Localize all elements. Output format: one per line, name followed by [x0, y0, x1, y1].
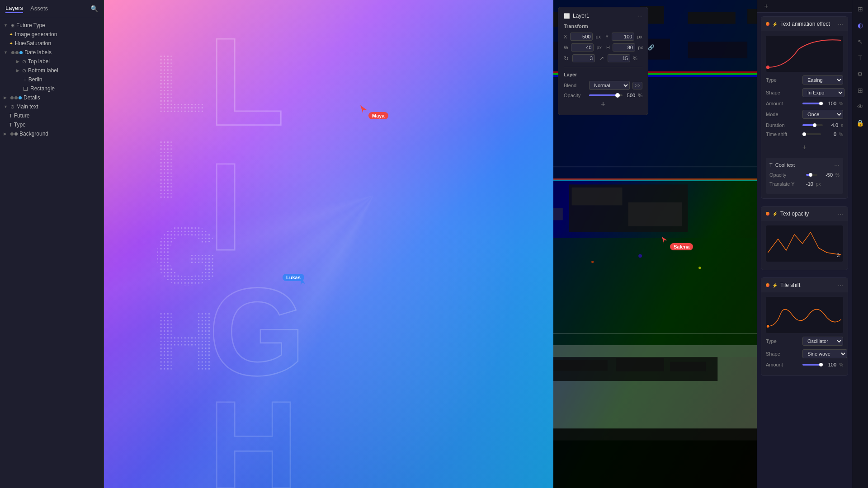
panel-tabs: Layers Assets 🔍 — [0, 0, 104, 17]
timing-icon: ⚡ — [772, 22, 778, 27]
vis-dot — [19, 96, 22, 99]
link-ratio-icon[interactable]: 🔗 — [648, 44, 655, 51]
cool-text-more-icon[interactable]: ··· — [834, 161, 840, 169]
layer-item[interactable]: T Berlin — [0, 75, 104, 84]
align-icon[interactable]: ⊞ — [856, 4, 865, 14]
tile-shift-more-icon[interactable]: ··· — [838, 282, 843, 289]
add-layer-effect-btn[interactable]: + — [564, 100, 642, 109]
layer-item[interactable]: ▼ ⊙ Main text — [0, 102, 104, 111]
main-canvas[interactable]: L I G H L I G H Maya Lukas — [104, 0, 553, 488]
tile-shape-label: Shape — [766, 351, 800, 357]
tile-shift-header[interactable]: ⚡ Tile shift ··· — [761, 278, 848, 292]
opacity-value: 500 — [627, 93, 635, 98]
tile-amount-label: Amount — [766, 362, 800, 367]
amount-unit: % — [839, 101, 843, 106]
rotation-input[interactable] — [572, 54, 595, 62]
layer-item[interactable]: ✦ Image generation — [0, 30, 104, 39]
w-input[interactable] — [571, 43, 594, 52]
y-input[interactable] — [612, 33, 634, 41]
right-icon-bar: ⊞ ◐ ↖ T ⚙ ⊞ 👁 🔒 — [852, 0, 868, 488]
layer-item[interactable]: ▶ ⊙ Bottom label — [0, 66, 104, 75]
cursor-lukas — [299, 278, 308, 287]
timeshift-thumb — [802, 132, 806, 136]
tab-layers[interactable]: Layers — [5, 4, 23, 13]
tile-shape-select[interactable]: Sine wave Square wave Triangle — [802, 349, 847, 358]
text-animation-panel: ⚡ Text animation effect ··· Type Easing — [761, 16, 848, 199]
tile-amount-slider[interactable] — [802, 364, 821, 366]
layer-name: Date labels — [24, 49, 52, 56]
tile-amount-unit: % — [839, 362, 843, 367]
amount-thumb — [819, 102, 823, 105]
vis-dot — [10, 96, 14, 99]
layer-item[interactable]: ▶ Background — [0, 129, 104, 138]
text-opacity-header[interactable]: ⚡ Text opacity ··· — [761, 206, 848, 221]
lock-icon[interactable]: 🔒 — [854, 117, 866, 128]
text-animation-more-icon[interactable]: ··· — [838, 20, 843, 28]
cool-opacity-unit: % — [835, 173, 840, 178]
skew-input[interactable] — [608, 54, 630, 62]
mode-select[interactable]: Once Loop Ping Pong — [802, 110, 843, 119]
text-tool-icon[interactable]: T — [856, 52, 864, 63]
group-icon: ⊙ — [22, 68, 26, 74]
svg-rect-9 — [149, 28, 321, 380]
x-input[interactable] — [570, 33, 593, 41]
svg-rect-33 — [628, 202, 682, 226]
shape-select[interactable]: In Expo Out Expo In Out Expo — [802, 88, 844, 97]
tile-type-select[interactable]: Oscillator Noise — [802, 337, 843, 346]
layer-item[interactable]: ✦ Hue/Saturation — [0, 39, 104, 48]
timeshift-value: 0 — [824, 131, 836, 137]
x-label: X — [564, 34, 567, 39]
grid-icon[interactable]: ⊞ — [856, 85, 865, 96]
mode-label: Mode — [766, 112, 800, 117]
amount-label: Amount — [766, 101, 800, 106]
settings-icon[interactable]: ⚙ — [855, 69, 865, 80]
layer-options-icon[interactable]: ··· — [638, 13, 642, 19]
text-animation-header[interactable]: ⚡ Text animation effect ··· — [761, 17, 848, 31]
layer-item[interactable]: ▼ Date labels — [0, 48, 104, 57]
svg-rect-39 — [616, 358, 664, 371]
blend-select[interactable]: Normal Multiply Screen — [589, 81, 630, 90]
cool-opacity-label: Opacity — [769, 172, 803, 178]
tile-type-label: Type — [766, 338, 800, 344]
layer-name: Bottom label — [28, 67, 58, 74]
add-effect-prop-btn[interactable]: + — [766, 141, 843, 154]
layer-item[interactable]: ▶ ⊙ Top label — [0, 57, 104, 66]
text-icon: T — [9, 122, 12, 127]
layer-section-title: Layer — [564, 72, 642, 77]
layer-item[interactable]: Rectangle — [0, 84, 104, 93]
timeshift-slider[interactable] — [802, 133, 821, 135]
layer-name-header: Layer1 — [573, 13, 590, 19]
type-select[interactable]: Easing Spring — [802, 75, 843, 84]
blend-more-btn[interactable]: >> — [632, 82, 642, 89]
opacity-slider[interactable] — [589, 94, 623, 96]
text-opacity-more-icon[interactable]: ··· — [838, 210, 843, 217]
skew-unit: % — [633, 56, 637, 61]
layer-name: Future Type — [16, 22, 45, 28]
svg-point-44 — [591, 261, 594, 263]
svg-rect-24 — [747, 9, 757, 24]
svg-point-48 — [766, 66, 769, 69]
layer-item[interactable]: T Type — [0, 120, 104, 129]
text-icon: T — [9, 113, 12, 118]
layer-item[interactable]: ▶ Details — [0, 93, 104, 102]
layer-vis-icons — [11, 51, 23, 54]
cool-opacity-slider[interactable] — [806, 174, 817, 176]
add-panel-btn[interactable]: + — [761, 1, 772, 12]
layer-section: Layer Blend Normal Multiply Screen >> Op… — [564, 67, 642, 109]
layer-item[interactable]: ▼ ⊞ Future Type — [0, 21, 104, 30]
eye-icon[interactable]: 👁 — [855, 101, 865, 112]
opacity-thumb — [615, 93, 620, 98]
layer-item[interactable]: T Future — [0, 111, 104, 120]
duration-unit: s — [841, 123, 843, 128]
transform-section: Transform X px Y px W px H px 🔗 — [564, 23, 642, 62]
color-icon[interactable]: ◐ — [856, 20, 865, 31]
duration-slider[interactable] — [802, 124, 823, 126]
cursor-icon[interactable]: ↖ — [856, 36, 865, 47]
h-input[interactable] — [613, 43, 635, 52]
amount-slider[interactable] — [802, 103, 821, 104]
opacity-curve-value: 3 — [837, 253, 840, 258]
duration-row: Duration 4.0 s — [766, 122, 843, 128]
search-icon[interactable]: 🔍 — [90, 5, 98, 12]
svg-marker-11 — [299, 278, 307, 287]
tab-assets[interactable]: Assets — [30, 4, 48, 13]
